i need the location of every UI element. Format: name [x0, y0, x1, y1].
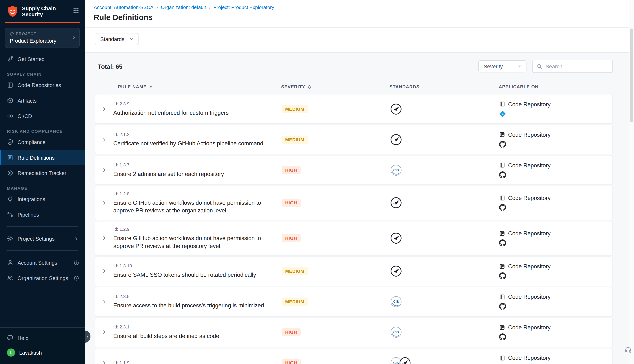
standards-dropdown[interactable]: Standards [95, 33, 139, 45]
chevron-right-icon [101, 106, 107, 112]
sidebar-item-artifacts[interactable]: Artifacts [0, 93, 85, 108]
code-repository-icon [499, 101, 505, 107]
sidebar-item-pipelines[interactable]: Pipelines [0, 207, 85, 222]
standard-icon-plane [399, 357, 411, 364]
project-selector[interactable]: PROJECT Product Exploratory [5, 28, 80, 48]
gear-icon [7, 235, 14, 242]
app-root: Supply Chain Security PROJECT Product Ex… [0, 0, 634, 364]
sidebar-item-label: Pipelines [18, 212, 39, 218]
rule-name-cell: Id: 2.3.9Authorization not enforced for … [113, 101, 276, 116]
applicable-on-cell: Code Repository [488, 324, 612, 340]
table-row[interactable]: Id: 2.3.5Ensure access to the build proc… [95, 287, 613, 316]
rule-name-cell: Id: 1.1.9 [113, 360, 276, 364]
search-icon [537, 64, 542, 69]
row-expand-button[interactable] [95, 200, 113, 206]
module-switcher-button[interactable] [73, 5, 79, 16]
table-row[interactable]: Id: 1.3.10Ensure SAML SSO tokens should … [95, 256, 613, 286]
rule-name: Ensure 2 admins are set for each reposit… [113, 170, 276, 178]
table-row[interactable]: Id: 1.3.7Ensure 2 admins are set for eac… [95, 155, 613, 185]
search-input[interactable] [546, 63, 608, 69]
severity-badge: HIGH [281, 234, 301, 242]
sidebar-item-account-settings[interactable]: Account Settings [0, 255, 85, 270]
sidebar-item-code-repositories[interactable]: Code Repositories [0, 77, 85, 93]
code-repository-icon [499, 294, 505, 300]
chevron-down-icon [129, 37, 134, 42]
sidebar-item-label: Lavakush [19, 350, 42, 356]
column-label: STANDARDS [390, 84, 420, 89]
sidebar-item-ci-cd[interactable]: CI/CD [0, 108, 85, 124]
support-widget-button[interactable] [624, 346, 632, 355]
sidebar-item-label: Rule Definitions [18, 154, 55, 160]
row-expand-button[interactable] [95, 136, 113, 142]
sidebar-item-label: Integrations [18, 196, 45, 202]
severity-cell: MEDIUM [276, 136, 379, 144]
rocket-icon [7, 56, 14, 62]
brand-title-line2: Security [22, 11, 56, 18]
chevron-right-icon [101, 360, 107, 364]
rule-name: Ensure SAML SSO tokens should be rotated… [113, 271, 276, 279]
sidebar-item-label: Account Settings [18, 260, 57, 266]
row-expand-button[interactable] [95, 299, 113, 304]
column-header-rule-name[interactable]: RULE NAME [113, 84, 276, 89]
breadcrumb-organization-link[interactable]: Organization: default [161, 4, 206, 10]
table-row[interactable]: Id: 1.2.8Ensure GitHub action workflows … [95, 186, 613, 220]
row-expand-button[interactable] [95, 360, 113, 364]
row-expand-button[interactable] [95, 329, 113, 335]
sidebar-item-integrations[interactable]: Integrations [0, 191, 85, 207]
applicable-on-cell: Code Repository [488, 355, 612, 364]
severity-filter-dropdown[interactable]: Severity [478, 60, 526, 72]
row-expand-button[interactable] [95, 268, 113, 274]
rule-name-cell: Id: 1.3.10Ensure SAML SSO tokens should … [113, 264, 276, 279]
column-label: RULE NAME [118, 84, 147, 89]
headset-icon [624, 346, 632, 353]
table-row[interactable]: Id: 2.3.1Ensure all build steps are defi… [95, 317, 613, 347]
repo-icon [7, 82, 14, 88]
table-row[interactable]: Id: 1.2.9Ensure GitHub action workflows … [95, 221, 613, 256]
table-row[interactable]: Id: 2.3.9Authorization not enforced for … [95, 94, 613, 124]
nav-divider [7, 250, 78, 251]
severity-badge: MEDIUM [281, 136, 308, 144]
sidebar-nav: Get StartedSUPPLY CHAINCode Repositories… [0, 48, 85, 327]
source-icon-github [499, 171, 612, 178]
row-expand-button[interactable] [95, 167, 113, 173]
vertical-scrollbar[interactable] [629, 0, 634, 364]
chevron-right-icon [101, 136, 107, 142]
row-expand-button[interactable] [95, 106, 113, 112]
cube-icon [7, 97, 14, 104]
sidebar-item-get-started[interactable]: Get Started [0, 51, 85, 67]
sort-descending-icon [149, 85, 153, 89]
rule-id: Id: 1.2.8 [113, 191, 276, 196]
sidebar-item-organization-settings[interactable]: Organization Settings [0, 270, 85, 286]
table-toolbar: Total: 65 Severity [95, 60, 613, 73]
breadcrumb: Account: Automation-SSCA › Organization:… [94, 4, 620, 10]
standards-cell [379, 164, 488, 176]
breadcrumb-project-link[interactable]: Project: Product Exploratory [213, 4, 274, 10]
sidebar-item-help[interactable]: Help [0, 331, 85, 345]
user-menu-lavakush[interactable]: LLavakush [0, 345, 85, 360]
sidebar-item-rule-definitions[interactable]: Rule Definitions [0, 150, 85, 165]
applicable-on-label: Code Repository [508, 162, 551, 168]
table-row[interactable]: Id: 1.1.9HIGHCode Repository [95, 348, 613, 364]
rule-name-cell: Id: 1.2.9Ensure GitHub action workflows … [113, 227, 276, 250]
row-expand-button[interactable] [95, 235, 113, 241]
rule-id: Id: 2.3.9 [113, 101, 276, 106]
diamond-icon [10, 32, 14, 36]
column-header-severity[interactable]: SEVERITY [276, 84, 379, 89]
sidebar-item-remediation-tracker[interactable]: Remediation Tracker [0, 165, 85, 181]
chevron-right-icon [101, 329, 107, 335]
table-row[interactable]: Id: 2.1.2Certificate not verified by Git… [95, 125, 613, 154]
breadcrumb-account-link[interactable]: Account: Automation-SSCA [94, 4, 154, 10]
target-icon [7, 170, 14, 176]
standards-dropdown-label: Standards [100, 36, 124, 42]
chevron-right-icon [74, 236, 79, 241]
pipeline-icon [7, 211, 14, 218]
project-name: Product Exploratory [10, 38, 70, 44]
scrollbar-thumb[interactable] [630, 28, 633, 122]
sidebar-item-compliance[interactable]: Compliance [0, 134, 85, 150]
severity-badge: MEDIUM [281, 105, 308, 113]
severity-cell: MEDIUM [276, 298, 379, 306]
severity-cell: HIGH [276, 234, 379, 242]
nav-section-label-risk-and-compliance: RISK AND COMPLIANCE [0, 129, 85, 134]
sidebar-item-project-settings[interactable]: Project Settings [0, 231, 85, 246]
severity-badge: HIGH [281, 199, 301, 207]
